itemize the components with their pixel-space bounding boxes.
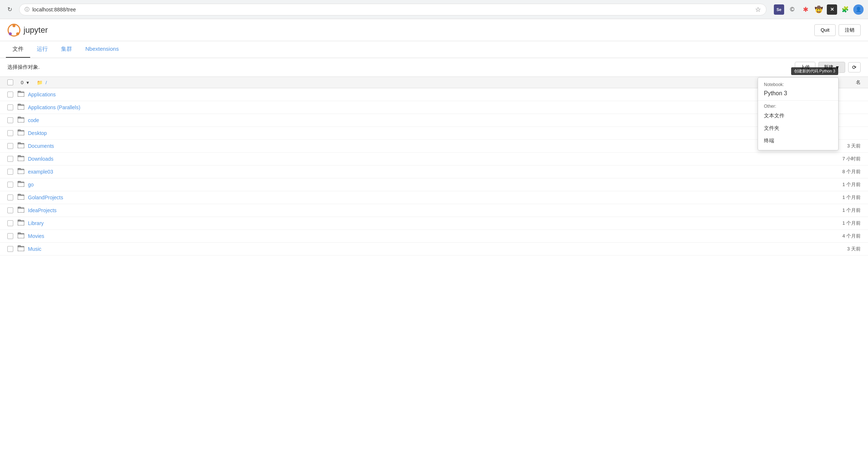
tab-clusters[interactable]: 集群 xyxy=(54,41,79,58)
new-dropdown-menu: Notebook: Python 3 创建新的代码 Python 3 Other… xyxy=(758,77,839,150)
file-date-10: 1 个月前 xyxy=(824,220,861,227)
header-checkbox[interactable] xyxy=(7,79,18,85)
file-name-2[interactable]: code xyxy=(28,117,824,123)
file-name-9[interactable]: IdeaProjects xyxy=(28,207,824,213)
list-item: Movies 4 个月前 xyxy=(0,230,868,243)
python3-tooltip: 创建新的代码 Python 3 xyxy=(791,67,838,75)
file-checkbox-9[interactable] xyxy=(7,207,18,213)
text-file-option[interactable]: 文本文件 xyxy=(758,110,838,122)
other-section-label: Other: xyxy=(758,102,838,110)
jupyter-logo-icon xyxy=(7,24,21,37)
folder-icon-9 xyxy=(18,207,28,214)
file-name-10[interactable]: Library xyxy=(28,220,824,226)
file-checkbox-5[interactable] xyxy=(7,156,18,162)
browser-address-bar[interactable]: ⓘ localhost:8888/tree ☆ xyxy=(19,4,766,15)
file-name-11[interactable]: Movies xyxy=(28,233,824,239)
file-checkbox-6[interactable] xyxy=(7,169,18,175)
checkbox-12[interactable] xyxy=(7,246,13,252)
file-list-header: 0 ▾ 📁 / 名 xyxy=(0,77,868,88)
file-name-0[interactable]: Applications xyxy=(28,92,824,97)
logout-button[interactable]: 注销 xyxy=(839,24,861,36)
folder-icon-12 xyxy=(18,245,28,253)
list-item: Music 3 天前 xyxy=(0,243,868,256)
ext-x[interactable]: ✕ xyxy=(827,4,837,15)
checkbox-2[interactable] xyxy=(7,117,13,123)
tab-nbextensions[interactable]: Nbextensions xyxy=(79,41,125,58)
folder-icon-4 xyxy=(18,142,28,150)
checkbox-6[interactable] xyxy=(7,169,13,175)
info-icon: ⓘ xyxy=(25,6,29,13)
file-name-6[interactable]: example03 xyxy=(28,169,824,175)
count-dropdown[interactable]: ▾ xyxy=(26,80,37,85)
bookmark-icon[interactable]: ☆ xyxy=(755,6,761,14)
file-name-4[interactable]: Documents xyxy=(28,143,824,149)
file-name-12[interactable]: Music xyxy=(28,246,824,252)
file-date-9: 1 个月前 xyxy=(824,207,861,214)
svg-point-2 xyxy=(16,32,19,35)
folder-icon-6 xyxy=(18,168,28,175)
list-item: Applications xyxy=(0,88,868,101)
file-date-7: 1 个月前 xyxy=(824,181,861,188)
file-checkbox-8[interactable] xyxy=(7,195,18,200)
file-date-8: 1 个月前 xyxy=(824,194,861,201)
quit-button[interactable]: Quit xyxy=(814,24,836,36)
terminal-option[interactable]: 终端 xyxy=(758,135,838,147)
list-item: Documents 3 天前 xyxy=(0,140,868,153)
file-name-7[interactable]: go xyxy=(28,182,824,188)
file-checkbox-12[interactable] xyxy=(7,246,18,252)
file-checkbox-2[interactable] xyxy=(7,117,18,123)
folder-icon-3 xyxy=(18,129,28,137)
select-all-checkbox[interactable] xyxy=(7,79,13,85)
browser-refresh-button[interactable]: ↻ xyxy=(4,4,15,15)
folder-option[interactable]: 文件夹 xyxy=(758,122,838,135)
folder-icon-11 xyxy=(18,232,28,240)
file-checkbox-10[interactable] xyxy=(7,220,18,226)
ext-c[interactable]: © xyxy=(787,4,797,15)
checkbox-1[interactable] xyxy=(7,104,13,110)
folder-icon-7 xyxy=(18,181,28,188)
browser-chrome: ↻ ⓘ localhost:8888/tree ☆ Se © ✱ 🤠 ✕ 🧩 👤 xyxy=(0,0,868,19)
file-checkbox-11[interactable] xyxy=(7,233,18,239)
jupyter-header: jupyter Quit 注销 xyxy=(0,19,868,41)
notebook-section-label: Notebook: xyxy=(758,81,838,88)
checkbox-11[interactable] xyxy=(7,233,13,239)
file-checkbox-0[interactable] xyxy=(7,92,18,97)
name-column-header: 名 xyxy=(856,79,861,86)
tab-running[interactable]: 运行 xyxy=(30,41,54,58)
file-name-1[interactable]: Applications (Parallels) xyxy=(28,104,824,110)
checkbox-5[interactable] xyxy=(7,156,13,162)
checkbox-7[interactable] xyxy=(7,182,13,188)
file-name-8[interactable]: GolandProjects xyxy=(28,195,824,200)
file-checkbox-1[interactable] xyxy=(7,104,18,110)
ext-puzzle[interactable]: 🧩 xyxy=(840,4,850,15)
refresh-button[interactable]: ⟳ xyxy=(848,62,861,72)
list-item: example03 8 个月前 xyxy=(0,165,868,178)
list-item: IdeaProjects 1 个月前 xyxy=(0,204,868,217)
dropdown-divider xyxy=(758,100,838,101)
header-buttons: Quit 注销 xyxy=(814,24,861,36)
list-item: GolandProjects 1 个月前 xyxy=(0,191,868,204)
python3-option[interactable]: Python 3 创建新的代码 Python 3 xyxy=(758,88,838,99)
ext-star[interactable]: ✱ xyxy=(800,4,811,15)
file-checkbox-3[interactable] xyxy=(7,130,18,136)
breadcrumb[interactable]: 📁 / xyxy=(37,80,856,85)
folder-icon-5 xyxy=(18,155,28,163)
ext-se[interactable]: Se xyxy=(774,4,784,15)
checkbox-9[interactable] xyxy=(7,207,13,213)
checkbox-10[interactable] xyxy=(7,220,13,226)
file-date-6: 8 个月前 xyxy=(824,168,861,175)
browser-url: localhost:8888/tree xyxy=(32,7,76,13)
file-name-3[interactable]: Desktop xyxy=(28,130,824,136)
file-checkbox-7[interactable] xyxy=(7,182,18,188)
file-checkbox-4[interactable] xyxy=(7,143,18,149)
checkbox-3[interactable] xyxy=(7,130,13,136)
checkbox-0[interactable] xyxy=(7,92,13,97)
checkbox-8[interactable] xyxy=(7,195,13,200)
checkbox-4[interactable] xyxy=(7,143,13,149)
folder-icon-0 xyxy=(18,91,28,98)
ext-emoji[interactable]: 🤠 xyxy=(814,4,824,15)
tab-files[interactable]: 文件 xyxy=(6,41,30,58)
browser-profile[interactable]: 👤 xyxy=(853,4,864,15)
svg-point-1 xyxy=(13,24,15,27)
file-name-5[interactable]: Downloads xyxy=(28,156,824,162)
